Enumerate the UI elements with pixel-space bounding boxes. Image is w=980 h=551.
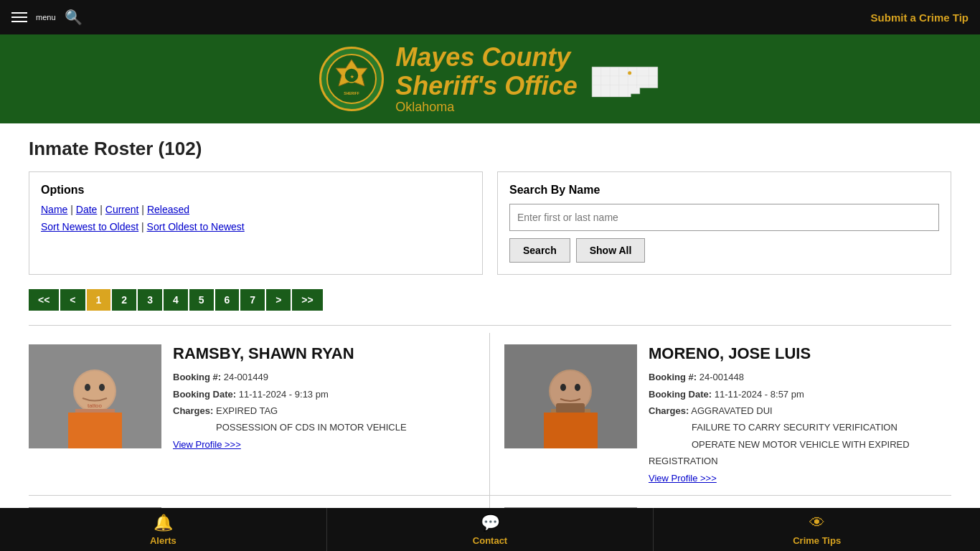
inmate-details-ramsby: RAMSBY, SHAWN RYAN Booking #: 24-001449 … (173, 344, 475, 483)
filter-links: Name | Date | Current | Released (41, 204, 471, 215)
charge-1: EXPIRED TAG (216, 405, 278, 416)
sheriff-badge: ★ SHERIFF (319, 47, 384, 111)
options-box: Options Name | Date | Current | Released… (29, 171, 483, 275)
charge-2: POSSESSION OF CDS IN MOTOR VEHICLE (216, 422, 407, 433)
crime-tips-label: Crime Tips (793, 535, 841, 546)
booking-date: 11-11-2024 - 9:13 pm (239, 389, 329, 400)
search-icon[interactable]: 🔍 (65, 9, 83, 26)
filter-date[interactable]: Date (76, 204, 98, 215)
sort-newest[interactable]: Sort Newest to Oldest (41, 221, 138, 232)
menu-label: menu (36, 13, 56, 22)
top-navigation: menu 🔍 Submit a Crime Tip (0, 0, 980, 34)
page-next[interactable]: > (266, 289, 291, 311)
svg-point-20 (99, 384, 105, 391)
svg-point-13 (628, 71, 631, 75)
crime-tips-icon: 👁 (809, 514, 825, 532)
inmate-photo-moreno (504, 344, 637, 448)
filter-name[interactable]: Name (41, 204, 67, 215)
svg-point-19 (85, 384, 90, 391)
search-button[interactable]: Search (509, 238, 570, 263)
search-buttons: Search Show All (509, 238, 939, 263)
inmate-details-moreno: MORENO, JOSE LUIS Booking #: 24-001448 B… (649, 344, 951, 483)
booking-num: 24-001449 (224, 372, 268, 382)
badge-inner: ★ SHERIFF (326, 54, 377, 104)
menu-hamburger[interactable]: menu 🔍 (11, 9, 83, 26)
inmate-info-moreno: Booking #: 24-001448 Booking Date: 11-11… (649, 369, 951, 469)
page-3[interactable]: 3 (138, 289, 162, 311)
search-input[interactable] (509, 204, 939, 231)
site-title-line1: Mayes County Sheriff's Office (395, 43, 577, 100)
main-content: Inmate Roster (102) Options Name | Date … (0, 123, 980, 551)
inmate-card-ramsby: tattoo RAMSBY, SHAWN RYAN Booking #: 24-… (29, 333, 490, 495)
svg-text:tattoo: tattoo (88, 402, 103, 409)
alerts-label: Alerts (150, 535, 176, 546)
page-first[interactable]: << (29, 289, 59, 311)
inmate-name-moreno: MORENO, JOSE LUIS (649, 344, 951, 363)
pagination: << < 1 2 3 4 5 6 7 > >> (29, 289, 951, 311)
bottom-navigation: 🔔 Alerts 💬 Contact 👁 Crime Tips (0, 508, 980, 551)
page-1[interactable]: 1 (87, 289, 111, 311)
contact-icon: 💬 (481, 514, 500, 532)
site-header: ★ SHERIFF Mayes County Sheriff's Office … (0, 34, 980, 123)
sort-oldest[interactable]: Sort Oldest to Newest (147, 221, 245, 232)
search-heading: Search By Name (509, 184, 939, 197)
booking-label: Booking #: (173, 372, 221, 382)
page-6[interactable]: 6 (215, 289, 240, 311)
site-subtitle: Oklahoma (395, 100, 577, 115)
options-search-row: Options Name | Date | Current | Released… (29, 171, 951, 275)
page-last[interactable]: >> (292, 289, 322, 311)
show-all-button[interactable]: Show All (576, 238, 646, 263)
view-profile-moreno[interactable]: View Profile >>> (649, 473, 717, 484)
inmate-card-moreno: MORENO, JOSE LUIS Booking #: 24-001448 B… (490, 333, 951, 495)
view-profile-ramsby[interactable]: View Profile >>> (173, 439, 241, 450)
page-2[interactable]: 2 (112, 289, 136, 311)
svg-text:SHERIFF: SHERIFF (344, 91, 359, 95)
bottom-nav-alerts[interactable]: 🔔 Alerts (0, 508, 327, 551)
search-box: Search By Name Search Show All (497, 171, 951, 275)
page-7[interactable]: 7 (240, 289, 265, 311)
inmate-info-ramsby: Booking #: 24-001449 Booking Date: 11-11… (173, 369, 475, 436)
hamburger-icon (11, 12, 27, 22)
header-title: Mayes County Sheriff's Office Oklahoma (395, 43, 577, 115)
svg-point-29 (575, 384, 580, 391)
sort-links: Sort Newest to Oldest | Sort Oldest to N… (41, 221, 471, 232)
contact-label: Contact (473, 535, 507, 546)
inmate-name-ramsby: RAMSBY, SHAWN RYAN (173, 344, 475, 363)
oklahoma-map (589, 54, 661, 104)
crime-tip-link[interactable]: Submit a Crime Tip (871, 11, 969, 24)
bottom-nav-contact[interactable]: 💬 Contact (327, 508, 654, 551)
alerts-icon: 🔔 (154, 514, 173, 532)
bottom-nav-crime-tips[interactable]: 👁 Crime Tips (654, 508, 980, 551)
divider (29, 325, 951, 326)
filter-released[interactable]: Released (147, 204, 189, 215)
svg-point-28 (560, 384, 566, 391)
options-heading: Options (41, 184, 471, 197)
svg-rect-30 (556, 403, 585, 413)
page-title: Inmate Roster (102) (29, 138, 951, 160)
svg-rect-21 (68, 413, 122, 448)
page-5[interactable]: 5 (189, 289, 214, 311)
charges-label: Charges: (173, 405, 213, 416)
date-label: Booking Date: (173, 389, 236, 400)
inmate-photo-ramsby: tattoo (29, 344, 161, 448)
svg-rect-31 (544, 413, 598, 448)
page-4[interactable]: 4 (164, 289, 188, 311)
filter-current[interactable]: Current (105, 204, 139, 215)
page-prev[interactable]: < (60, 289, 85, 311)
